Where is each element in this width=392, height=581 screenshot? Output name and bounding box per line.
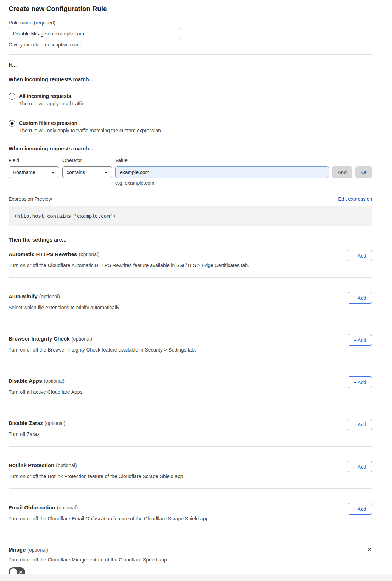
radio-option-all-requests[interactable]: All incoming requests The rule will appl…	[9, 93, 372, 107]
rule-name-label: Rule name (required)	[9, 20, 372, 26]
setting-name: Automatic HTTPS Rewrites	[9, 251, 77, 257]
add-button[interactable]: + Add	[348, 250, 372, 261]
setting-side: ✕	[367, 547, 372, 578]
value-input[interactable]	[115, 166, 329, 178]
field-select[interactable]: Hostname	[9, 166, 59, 178]
setting-main: Auto Minify(optional) Select which file …	[9, 293, 348, 311]
setting-title: Auto Minify(optional)	[9, 293, 348, 300]
field-select-value: Hostname	[13, 170, 35, 175]
setting-name: Auto Minify	[9, 293, 38, 299]
setting-row: Disable Apps(optional) Turn off all acti…	[9, 362, 372, 404]
setting-name: Disable Zaraz	[9, 420, 43, 426]
close-icon[interactable]: ✕	[367, 547, 372, 553]
setting-main: Hotlink Protection(optional) Turn on or …	[9, 462, 348, 480]
filter-column-labels: Field Operator Value	[9, 157, 372, 164]
setting-title: Browser Integrity Check(optional)	[9, 336, 348, 342]
setting-side: + Add	[348, 504, 372, 522]
section-divider	[9, 54, 372, 55]
setting-optional: (optional)	[45, 420, 65, 426]
setting-description: Turn on or off the Cloudflare Automatic …	[9, 262, 348, 269]
setting-optional: (optional)	[39, 294, 60, 299]
configuration-rule-form: Create new Configuration Rule Rule name …	[0, 0, 392, 578]
if-heading: If...	[9, 62, 372, 68]
setting-title: Hotlink Protection(optional)	[9, 462, 348, 469]
radio-label: All incoming requests	[19, 93, 84, 99]
setting-description: Turn on or off the Cloudflare Email Obfu…	[9, 516, 348, 522]
setting-description: Select which file extensions to minify a…	[9, 305, 348, 311]
setting-row: Browser Integrity Check(optional) Turn o…	[9, 320, 372, 362]
radio-option-custom-filter[interactable]: Custom filter expression The rule will o…	[9, 120, 372, 134]
add-button[interactable]: + Add	[348, 461, 372, 472]
and-button[interactable]: And	[332, 166, 352, 178]
setting-name: Hotlink Protection	[9, 462, 54, 468]
setting-title: Disable Zaraz(optional)	[9, 420, 348, 426]
rule-name-helper: Give your rule a descriptive name.	[9, 42, 372, 48]
edit-expression-link[interactable]: Edit expression	[338, 196, 372, 202]
expression-text: (http.host contains "example.com")	[14, 213, 116, 219]
rule-name-input[interactable]	[9, 28, 180, 39]
operator-select[interactable]: contains	[62, 166, 112, 178]
filter-builder-heading: When incoming requests match...	[9, 145, 372, 152]
operator-column-label: Operator	[62, 157, 112, 164]
page-bottom-strip	[0, 574, 392, 581]
setting-row: Hotlink Protection(optional) Turn on or …	[9, 447, 372, 489]
setting-optional: (optional)	[72, 336, 92, 342]
when-incoming-heading: When incoming requests match...	[9, 76, 372, 83]
setting-description: Turn off Zaraz.	[9, 431, 348, 437]
setting-description: Turn off all active Cloudflare Apps.	[9, 389, 348, 395]
setting-description: Turn on or off the Hotlink Protection fe…	[9, 474, 348, 480]
setting-main: Mirage(optional) Turn on or off the Clou…	[9, 547, 367, 578]
setting-title: Email Obfuscation(optional)	[9, 504, 348, 511]
filter-builder-row: Hostname contains And Or	[9, 166, 372, 178]
setting-optional: (optional)	[27, 547, 48, 553]
setting-name: Browser Integrity Check	[9, 336, 70, 342]
setting-description: Turn on or off the Cloudflare Mirage fea…	[9, 557, 367, 563]
add-button[interactable]: + Add	[348, 503, 372, 515]
setting-main: Disable Apps(optional) Turn off all acti…	[9, 378, 348, 395]
setting-title: Disable Apps(optional)	[9, 378, 348, 384]
settings-list: Automatic HTTPS Rewrites(optional) Turn …	[9, 243, 372, 578]
setting-name: Mirage	[9, 547, 26, 553]
setting-optional: (optional)	[79, 251, 99, 257]
setting-row: Disable Zaraz(optional) Turn off Zaraz. …	[9, 404, 372, 447]
chevron-down-icon	[104, 172, 108, 174]
setting-optional: (optional)	[44, 378, 64, 384]
add-button[interactable]: + Add	[348, 376, 372, 388]
or-button[interactable]: Or	[355, 166, 372, 178]
add-button[interactable]: + Add	[348, 334, 372, 346]
setting-row: Automatic HTTPS Rewrites(optional) Turn …	[9, 243, 372, 278]
setting-name: Disable Apps	[9, 378, 42, 384]
setting-main: Email Obfuscation(optional) Turn on or o…	[9, 504, 348, 522]
add-button[interactable]: + Add	[348, 292, 372, 304]
radio-button-unselected[interactable]	[9, 93, 15, 100]
expression-preview-label: Expression Preview	[9, 196, 52, 202]
setting-row-mirage: Mirage(optional) Turn on or off the Clou…	[9, 531, 372, 578]
radio-label: Custom filter expression	[19, 120, 161, 126]
value-helper: e.g. example.com	[115, 180, 372, 186]
setting-side: + Add	[348, 293, 372, 311]
setting-title: Automatic HTTPS Rewrites(optional)	[9, 251, 348, 258]
setting-row: Auto Minify(optional) Select which file …	[9, 278, 372, 320]
setting-description: Turn on or off the Browser Integrity Che…	[9, 347, 348, 353]
radio-description: The rule will apply to all traffic	[19, 101, 84, 107]
radio-option-text: Custom filter expression The rule will o…	[19, 120, 161, 134]
setting-side: + Add	[348, 336, 372, 353]
setting-name: Email Obfuscation	[9, 504, 55, 510]
chevron-down-icon	[51, 172, 55, 174]
then-settings-heading: Then the settings are...	[9, 237, 372, 243]
setting-main: Disable Zaraz(optional) Turn off Zaraz.	[9, 420, 348, 437]
setting-main: Browser Integrity Check(optional) Turn o…	[9, 336, 348, 353]
setting-optional: (optional)	[56, 463, 77, 468]
setting-title: Mirage(optional)	[9, 547, 367, 553]
setting-side: + Add	[348, 378, 372, 395]
setting-main: Automatic HTTPS Rewrites(optional) Turn …	[9, 251, 348, 269]
setting-side: + Add	[348, 251, 372, 269]
add-button[interactable]: + Add	[348, 419, 372, 430]
setting-optional: (optional)	[57, 505, 78, 510]
radio-button-selected[interactable]	[9, 120, 15, 127]
field-column-label: Field	[9, 157, 59, 164]
radio-option-text: All incoming requests The rule will appl…	[19, 93, 84, 107]
radio-description: The rule will only apply to traffic matc…	[19, 128, 161, 134]
operator-select-value: contains	[67, 170, 85, 175]
page-title: Create new Configuration Rule	[9, 5, 372, 13]
